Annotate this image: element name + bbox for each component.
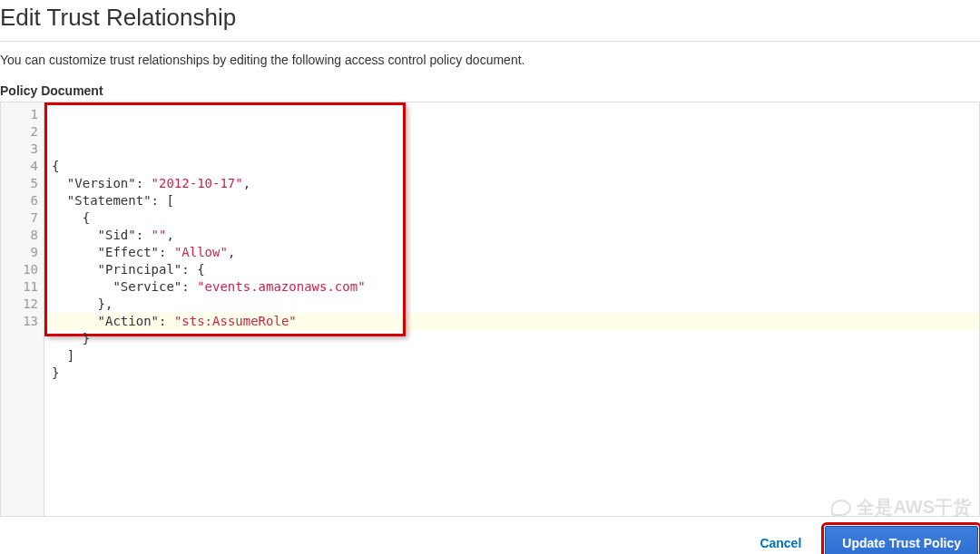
- description-text: You can customize trust relationships by…: [0, 53, 980, 67]
- code-area[interactable]: { "Version": "2012-10-17", "Statement": …: [44, 102, 979, 516]
- code-line[interactable]: },: [52, 296, 979, 313]
- line-number: 10: [1, 261, 38, 278]
- code-line[interactable]: }: [52, 330, 979, 347]
- code-line[interactable]: ]: [52, 347, 979, 364]
- code-line[interactable]: "Version": "2012-10-17",: [52, 175, 979, 192]
- code-line[interactable]: }: [52, 364, 979, 382]
- code-line[interactable]: {: [52, 209, 979, 227]
- line-number: 8: [1, 227, 38, 244]
- code-line[interactable]: "Service": "events.amazonaws.com": [52, 278, 979, 296]
- policy-editor[interactable]: 12345678910111213 { "Version": "2012-10-…: [0, 102, 980, 517]
- line-number: 13: [1, 313, 38, 330]
- line-number: 7: [1, 209, 38, 227]
- update-trust-policy-button[interactable]: Update Trust Policy: [825, 526, 978, 554]
- line-number: 9: [1, 244, 38, 261]
- code-line[interactable]: {: [52, 158, 979, 175]
- line-number: 1: [1, 106, 38, 123]
- line-number: 6: [1, 192, 38, 209]
- line-number: 11: [1, 278, 38, 296]
- cancel-button[interactable]: Cancel: [747, 527, 814, 554]
- line-number-gutter: 12345678910111213: [1, 102, 44, 516]
- line-number: 4: [1, 158, 38, 175]
- code-line[interactable]: "Principal": {: [52, 261, 979, 278]
- code-line[interactable]: "Statement": [: [52, 192, 979, 209]
- footer-actions: Cancel Update Trust Policy: [0, 517, 980, 554]
- line-number: 3: [1, 141, 38, 158]
- code-line[interactable]: "Action": "sts:AssumeRole": [52, 313, 979, 330]
- policy-document-label: Policy Document: [0, 83, 980, 98]
- code-line[interactable]: "Effect": "Allow",: [52, 244, 979, 261]
- line-number: 5: [1, 175, 38, 192]
- code-line[interactable]: "Sid": "",: [52, 227, 979, 244]
- line-number: 12: [1, 296, 38, 313]
- page-title: Edit Trust Relationship: [0, 0, 980, 42]
- line-number: 2: [1, 123, 38, 141]
